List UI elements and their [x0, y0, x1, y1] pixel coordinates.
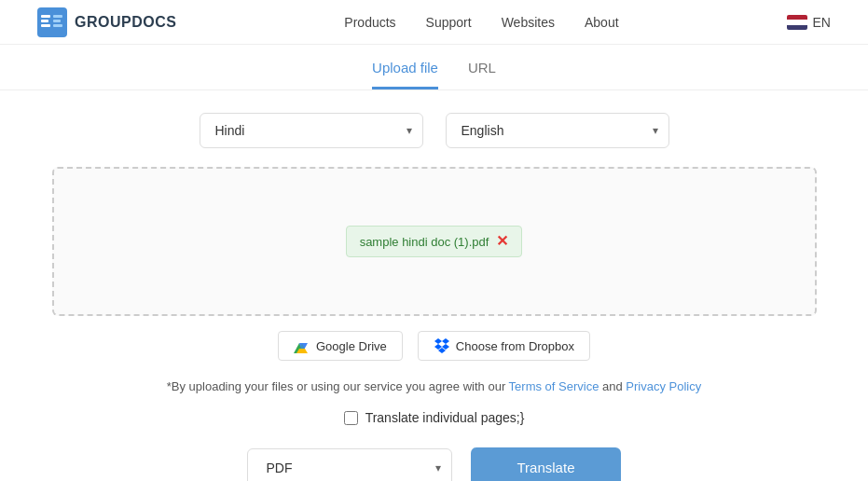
checkbox-row: Translate individual pages;}: [344, 410, 525, 425]
target-language-wrapper: English Hindi French German Spanish ▾: [446, 113, 669, 148]
translate-pages-checkbox[interactable]: [344, 411, 358, 425]
logo-text: GROUPDOCS: [75, 14, 176, 31]
source-language-select[interactable]: Hindi English French German Spanish: [200, 113, 423, 148]
nav: Products Support Websites About: [344, 15, 618, 30]
svg-rect-6: [53, 24, 62, 27]
nav-support[interactable]: Support: [426, 15, 472, 30]
language-switcher[interactable]: EN: [787, 15, 831, 30]
dropbox-label: Choose from Dropbox: [456, 339, 574, 353]
google-drive-button[interactable]: Google Drive: [278, 331, 403, 361]
bottom-row: PDF DOCX TXT PPTX ▾ Translate: [247, 447, 622, 481]
nav-websites[interactable]: Websites: [502, 15, 555, 30]
svg-marker-12: [434, 338, 442, 344]
header: GROUPDOCS Products Support Websites Abou…: [0, 0, 868, 45]
svg-rect-3: [41, 24, 50, 27]
svg-rect-1: [41, 15, 50, 18]
output-format-wrapper: PDF DOCX TXT PPTX ▾: [247, 448, 452, 482]
svg-rect-5: [53, 20, 61, 22]
main-content: Hindi English French German Spanish ▾ En…: [0, 113, 868, 481]
tab-url[interactable]: URL: [468, 60, 496, 89]
source-language-wrapper: Hindi English French German Spanish ▾: [200, 113, 423, 148]
output-format-select[interactable]: PDF DOCX TXT PPTX: [247, 448, 452, 482]
target-language-select[interactable]: English Hindi French German Spanish: [446, 113, 669, 148]
dropbox-button[interactable]: Choose from Dropbox: [418, 331, 590, 361]
nav-products[interactable]: Products: [344, 15, 395, 30]
remove-file-button[interactable]: ✕: [496, 234, 508, 249]
svg-rect-0: [37, 7, 67, 37]
translate-button[interactable]: Translate: [471, 447, 622, 481]
dropbox-icon: [434, 338, 450, 353]
svg-marker-13: [442, 338, 449, 344]
svg-rect-2: [41, 20, 48, 22]
logo-icon: [37, 7, 67, 37]
nav-about[interactable]: About: [585, 15, 619, 30]
logo-area: GROUPDOCS: [37, 7, 176, 37]
file-name: sample hindi doc (1).pdf: [360, 235, 489, 249]
cloud-buttons: Google Drive Choose from Dropbox: [278, 331, 590, 361]
tab-upload-file[interactable]: Upload file: [372, 60, 438, 89]
lang-label: EN: [813, 15, 831, 30]
flag-icon: [787, 15, 807, 30]
privacy-policy-link[interactable]: Privacy Policy: [626, 379, 701, 393]
terms-text: *By uploading your files or using our se…: [167, 379, 702, 393]
drop-zone[interactable]: sample hindi doc (1).pdf ✕: [52, 167, 817, 316]
tabs-container: Upload file URL: [0, 45, 868, 90]
svg-rect-4: [53, 15, 62, 18]
google-drive-label: Google Drive: [316, 339, 387, 353]
file-tag: sample hindi doc (1).pdf ✕: [346, 226, 523, 257]
translate-pages-label[interactable]: Translate individual pages;}: [365, 410, 525, 425]
google-drive-icon: [294, 338, 310, 353]
language-selectors: Hindi English French German Spanish ▾ En…: [200, 113, 669, 148]
terms-of-service-link[interactable]: Terms of Service: [509, 379, 599, 393]
